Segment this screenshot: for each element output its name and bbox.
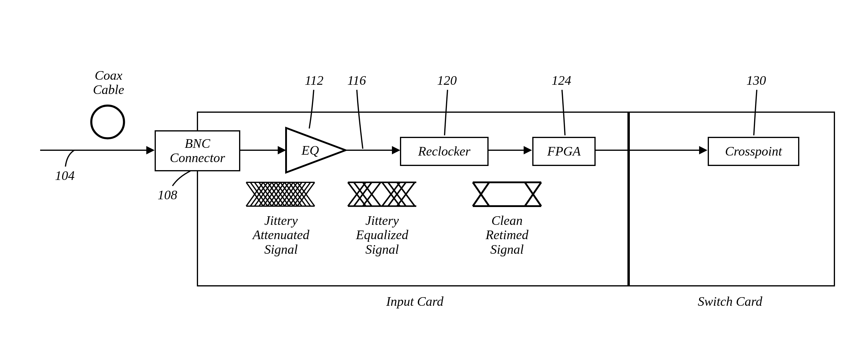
- ref-104: 104: [55, 168, 75, 183]
- ref-116: 116: [347, 73, 366, 88]
- leader-lines: [0, 0, 868, 337]
- ref-130: 130: [746, 73, 766, 88]
- ref-112: 112: [305, 73, 323, 88]
- ref-124: 124: [552, 73, 571, 88]
- ref-120: 120: [437, 73, 457, 88]
- ref-108: 108: [158, 187, 177, 203]
